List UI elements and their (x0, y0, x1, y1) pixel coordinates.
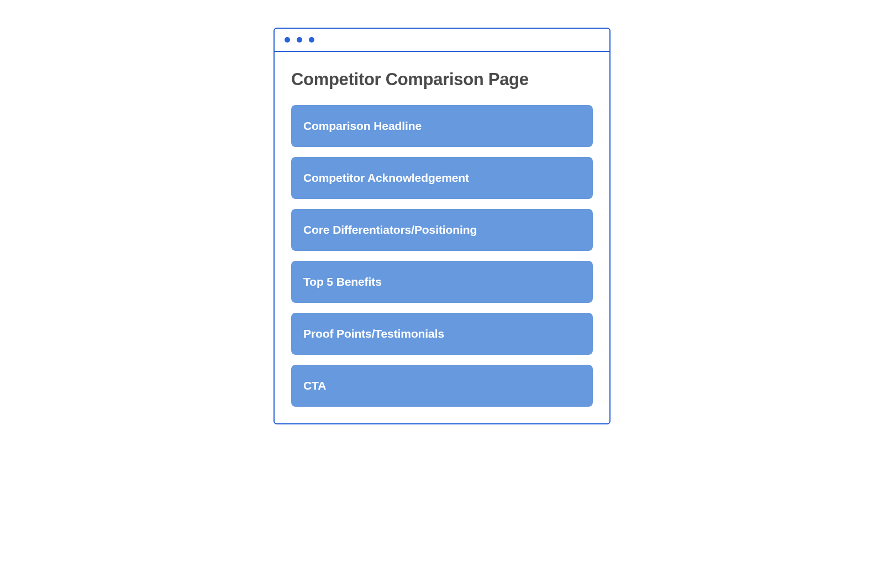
browser-titlebar (275, 29, 609, 52)
section-competitor-acknowledgement: Competitor Acknowledgement (291, 157, 593, 199)
traffic-light-dot-icon (285, 37, 290, 43)
section-top-5-benefits: Top 5 Benefits (291, 261, 593, 303)
section-comparison-headline: Comparison Headline (291, 105, 593, 147)
section-list: Comparison Headline Competitor Acknowled… (291, 105, 593, 407)
browser-content: Competitor Comparison Page Comparison He… (275, 52, 609, 423)
section-cta: CTA (291, 365, 593, 407)
traffic-light-dot-icon (309, 37, 314, 43)
section-core-differentiators: Core Differentiators/Positioning (291, 209, 593, 251)
section-proof-points: Proof Points/Testimonials (291, 313, 593, 355)
traffic-light-dot-icon (297, 37, 302, 43)
page-title: Competitor Comparison Page (291, 70, 593, 90)
browser-window-wireframe: Competitor Comparison Page Comparison He… (273, 28, 611, 424)
